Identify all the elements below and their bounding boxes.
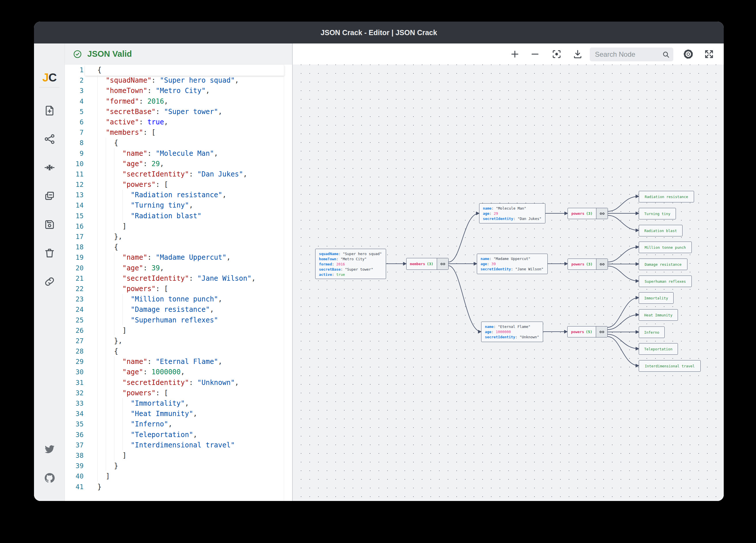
graph-edge	[449, 213, 479, 262]
line-number: 6	[65, 117, 84, 127]
indent-guide	[97, 169, 98, 179]
line-code: "age": 39,	[97, 264, 164, 272]
editor-line: 16 ]	[65, 221, 292, 232]
indent-guide	[97, 273, 98, 283]
editor-line: 13 "Radiation resistance",	[65, 190, 292, 200]
graph-node-leaf-9[interactable]: Inferno	[639, 326, 665, 338]
line-code: ]	[97, 326, 126, 334]
collapse-nodes-button[interactable]	[44, 162, 56, 174]
editor-line: 18 {	[65, 242, 292, 252]
line-number: 32	[65, 388, 84, 398]
indent-guide	[106, 440, 106, 450]
graph-node-members[interactable]: members(3)	[406, 258, 449, 270]
line-number: 10	[65, 159, 84, 169]
indent-guide	[97, 471, 98, 481]
share-link-button[interactable]	[44, 275, 56, 287]
graph-node-powers-2[interactable]: powers(3)	[568, 259, 608, 270]
line-code: "Million tonne punch",	[97, 295, 222, 303]
copy-button[interactable]	[44, 190, 56, 202]
indent-guide	[97, 138, 98, 148]
indent-guide	[122, 304, 123, 315]
titlebar: JSON Crack - Editor | JSON Crack	[34, 22, 724, 44]
twitter-link[interactable]	[44, 443, 56, 455]
indent-guide	[97, 127, 98, 138]
indent-guide	[97, 252, 98, 263]
indent-guide	[114, 408, 114, 419]
line-code: "Inferno",	[97, 420, 172, 428]
expand-link-button[interactable]	[596, 326, 607, 337]
indent-guide	[106, 429, 106, 440]
settings-button[interactable]	[682, 48, 694, 60]
graph-node-leaf-5[interactable]: Damage resistance	[639, 259, 687, 270]
indent-guide	[97, 190, 98, 200]
graph-node-member-1[interactable]: name: "Molecule Man"age: 29secretIdentit…	[479, 203, 545, 224]
line-number: 41	[65, 482, 84, 492]
graph-node-leaf-2[interactable]: Turning tiny	[639, 208, 676, 220]
expand-link-button[interactable]	[437, 258, 448, 270]
line-number: 12	[65, 179, 84, 190]
line-number: 13	[65, 190, 84, 200]
graph-view-button[interactable]	[44, 133, 56, 145]
graph-edge	[608, 298, 639, 327]
line-number: 29	[65, 356, 84, 367]
graph-node-leaf-3[interactable]: Radiation blast	[639, 225, 683, 237]
fullscreen-button[interactable]	[703, 48, 715, 60]
save-button[interactable]	[44, 219, 56, 231]
editor-line: 11 "secretIdentity": "Dan Jukes",	[65, 169, 292, 179]
indent-guide	[106, 346, 106, 356]
zoom-in-button[interactable]	[509, 48, 521, 60]
indent-guide	[106, 450, 106, 461]
indent-guide	[114, 148, 114, 159]
graph-node-leaf-6[interactable]: Superhuman reflexes	[639, 275, 692, 287]
graph-node-leaf-1[interactable]: Radiation resistance	[639, 191, 694, 203]
graph-node-leaf-11[interactable]: Interdimensional travel	[639, 360, 701, 372]
delete-button[interactable]	[44, 247, 56, 259]
node-row: secretIdentity: "Jane Wilson"	[481, 267, 544, 272]
line-code: "Radiation blast"	[97, 212, 201, 220]
line-code: "secretIdentity": "Unknown",	[97, 379, 239, 387]
app-logo[interactable]: JC	[34, 71, 65, 84]
github-link[interactable]	[44, 472, 56, 484]
json-editor[interactable]: 1{2 "squadName": "Super hero squad",3 "h…	[65, 65, 292, 501]
indent-guide	[97, 200, 98, 211]
indent-guide	[97, 117, 98, 127]
graph-node-powers-3[interactable]: powers(5)	[567, 326, 608, 337]
graph-node-powers-1[interactable]: powers(3)	[568, 208, 608, 219]
indent-guide	[114, 304, 114, 315]
graph-node-leaf-7[interactable]: Immortality	[639, 292, 674, 304]
indent-guide	[106, 356, 106, 367]
indent-guide	[114, 273, 114, 283]
graph-node-root[interactable]: squadName: "Super hero squad"homeTown: "…	[315, 249, 386, 279]
center-view-button[interactable]	[551, 48, 563, 60]
line-number: 28	[65, 346, 84, 356]
expand-link-button[interactable]	[596, 259, 608, 270]
graph-node-leaf-8[interactable]: Heat Immunity	[639, 309, 678, 321]
graph-edge	[608, 315, 639, 330]
node-row: age: 1000000	[485, 329, 539, 334]
leaf-text: Teleportation	[644, 347, 672, 351]
graph-node-member-3[interactable]: name: "Eternal Flame"age: 1000000secretI…	[481, 321, 543, 342]
graph-node-leaf-4[interactable]: Million tonne punch	[639, 242, 692, 253]
graph-canvas[interactable]: squadName: "Super hero squad"homeTown: "…	[293, 65, 724, 501]
editor-line: 21 "secretIdentity": "Jane Wilson",	[65, 273, 292, 283]
leaf-text: Immortality	[644, 296, 668, 300]
indent-guide	[114, 450, 114, 461]
editor-scrollbar[interactable]	[284, 65, 284, 501]
zoom-out-button[interactable]	[529, 48, 541, 60]
node-row: secretBase: "Super tower"	[319, 267, 382, 272]
graph-node-member-2[interactable]: name: "Madame Uppercut"age: 39secretIden…	[477, 254, 548, 274]
indent-guide	[106, 221, 106, 232]
line-number: 38	[65, 450, 84, 461]
new-document-button[interactable]	[44, 105, 56, 117]
graph-edge	[608, 266, 639, 281]
node-row: name: "Eternal Flame"	[485, 324, 539, 329]
line-number: 23	[65, 294, 84, 304]
expand-link-button[interactable]	[596, 208, 608, 219]
line-code: "age": 29,	[97, 160, 164, 168]
fullscreen-icon	[704, 49, 714, 59]
graph-edge	[608, 334, 639, 349]
sponsor-link[interactable]	[44, 500, 56, 501]
graph-node-leaf-10[interactable]: Teleportation	[639, 343, 678, 355]
download-image-button[interactable]	[572, 48, 584, 60]
search-node-input[interactable]	[594, 48, 658, 61]
